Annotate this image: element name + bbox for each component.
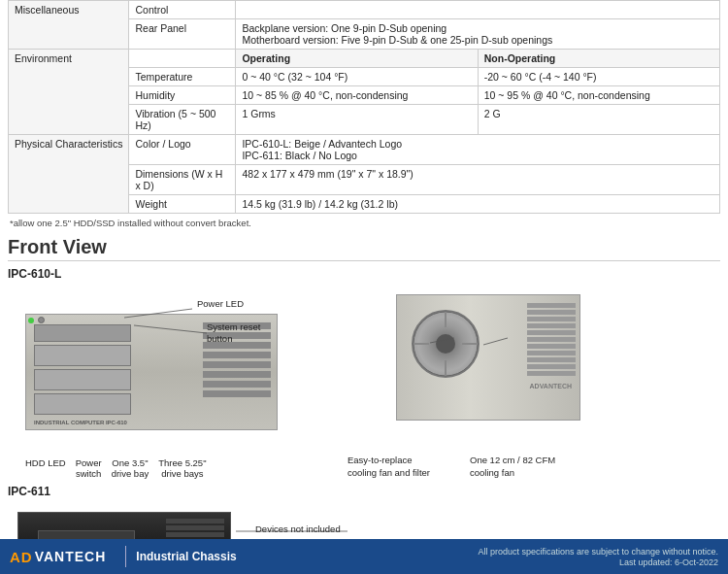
- bottom-labels-left: HDD LED Powerswitch One 3.5"drive bay Th…: [25, 457, 207, 479]
- misc-control-value: [236, 1, 720, 19]
- misc-category: Miscellaneous: [9, 1, 129, 50]
- environment-category: Environment: [9, 50, 129, 135]
- vibration-label: Vibration (5 ~ 500 Hz): [129, 105, 236, 135]
- footer-divider: [125, 546, 126, 567]
- env-nonoperating-header: Non-Operating: [478, 50, 719, 68]
- temp-operating: 0 ~ 40 °C (32 ~ 104 °F): [236, 68, 478, 86]
- power-switch-label: Powerswitch: [76, 457, 102, 479]
- drive-bay-35-label: One 3.5"drive bay: [112, 457, 149, 479]
- ipc610l-diagram-row: INDUSTRIAL COMPUTER IPC-610 Power LED Sy…: [8, 285, 720, 479]
- ipc610l-chassis-right-image: ADVANTECH: [396, 294, 580, 421]
- vibration-operating: 1 Grms: [236, 105, 478, 135]
- ann-system-reset: System resetbutton: [207, 321, 260, 346]
- ipc610l-label: IPC-610-L: [8, 267, 720, 281]
- right-bottom-labels: Easy-to-replacecooling fan and filter On…: [347, 455, 577, 479]
- specs-table: Miscellaneous Control Rear Panel Backpla…: [8, 0, 720, 214]
- weight-value: 14.5 kg (31.9 lb) / 14.2 kg (31.2 lb): [236, 195, 720, 214]
- ann-power-led: Power LED: [197, 298, 244, 309]
- humidity-label: Humidity: [129, 86, 236, 105]
- front-view-title: Front View: [8, 236, 720, 261]
- misc-control-label: Control: [129, 1, 236, 19]
- brand-vantech: VANTECH: [35, 549, 107, 564]
- ipc610l-right-diagram: ADVANTECH Easy-to-replacecooling fan and…: [347, 285, 619, 479]
- dimensions-label: Dimensions (W x H x D): [129, 165, 236, 195]
- footer-logo: ADVANTECH: [10, 549, 106, 565]
- drive-bay-525-label: Three 5.25"drive bays: [158, 457, 206, 479]
- temp-nonoperating: -20 ~ 60 °C (-4 ~ 140 °F): [478, 68, 719, 86]
- vibration-nonoperating: 2 G: [478, 105, 719, 135]
- env-operating-header: Operating: [236, 50, 478, 68]
- humidity-operating: 10 ~ 85 % @ 40 °C, non-condensing: [236, 86, 478, 105]
- ipc611-label: IPC-611: [8, 485, 720, 498]
- humidity-nonoperating: 10 ~ 95 % @ 40 °C, non-condensing: [478, 86, 719, 105]
- weight-label: Weight: [129, 195, 236, 214]
- footer-note: All product specifications are subject t…: [478, 547, 718, 557]
- brand-ad: AD: [10, 549, 33, 565]
- ann-cooling-fan: One 12 cm / 82 CFMcooling fan: [470, 455, 577, 479]
- physical-category: Physical Characteristics: [9, 135, 129, 214]
- table-note: *allow one 2.5" HDD/SSD installed withou…: [8, 218, 720, 228]
- color-label: Color / Logo: [129, 135, 236, 165]
- misc-rearpanel-value: Backplane version: One 9-pin D-Sub openi…: [236, 19, 720, 50]
- footer-updated: Last updated: 6-Oct-2022: [619, 557, 718, 567]
- hdd-led-label: HDD LED: [25, 457, 66, 479]
- ann-devices-not-included: Devices not included: [255, 523, 341, 534]
- misc-rearpanel-label: Rear Panel: [129, 19, 236, 50]
- footer-title: Industrial Chassis: [136, 550, 307, 563]
- color-value: IPC-610-L: Beige / Advantech Logo IPC-61…: [236, 135, 720, 165]
- ipc610l-left-diagram: INDUSTRIAL COMPUTER IPC-610 Power LED Sy…: [8, 285, 338, 479]
- footer: ADVANTECH Industrial Chassis All product…: [0, 539, 728, 574]
- env-header-label: [129, 50, 236, 68]
- temp-label: Temperature: [129, 68, 236, 86]
- ann-fan-filter: Easy-to-replacecooling fan and filter: [347, 455, 464, 479]
- dimensions-value: 482 x 177 x 479 mm (19" x 7" x 18.9"): [236, 165, 720, 195]
